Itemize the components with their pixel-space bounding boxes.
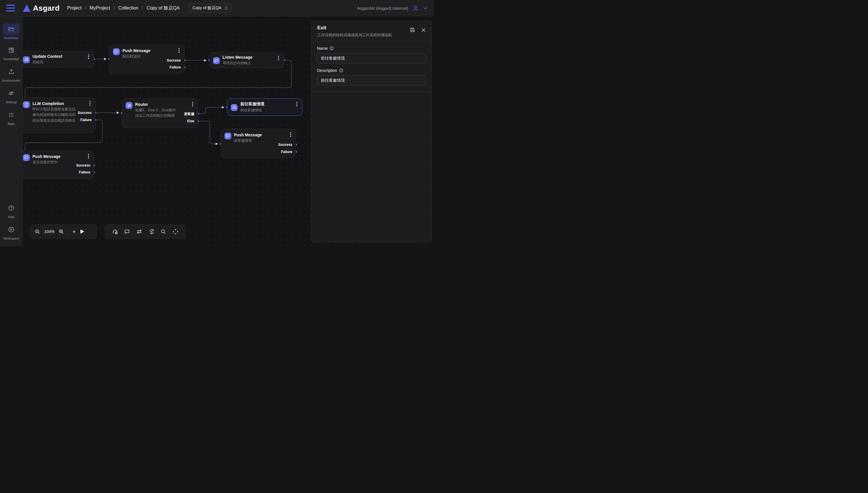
node-subtitle: 表示流量控管中: [32, 159, 60, 165]
llm-node-tool-icon[interactable]: [149, 229, 155, 235]
message-icon: [225, 133, 231, 140]
inspector-subtitle: 工作流程的終點或接續其他工作流程的傳送點: [317, 33, 426, 38]
sliders-icon: [8, 90, 15, 97]
output-port-label[interactable]: Success: [76, 164, 90, 167]
sidebar-item-label: Environment: [2, 79, 20, 82]
app-window: Update Context 初始化 Push Message 顯示歡迎詞 Su…: [0, 0, 434, 246]
info-icon[interactable]: [339, 68, 343, 72]
description-field[interactable]: [317, 76, 426, 85]
swap-arrows-icon: [23, 56, 30, 63]
grid-dots-icon: [8, 112, 14, 118]
zoom-toolbar: 104% +: [30, 224, 97, 239]
node-title: Push Message: [122, 48, 150, 53]
breadcrumb-collection[interactable]: Collection: [118, 5, 138, 10]
user-icon[interactable]: [412, 5, 419, 12]
node-push-message-welcome[interactable]: Push Message 顯示歡迎詞 Success Failure: [109, 45, 184, 73]
inspector-title: Exit: [317, 25, 426, 31]
breadcrumb-separator: /: [142, 5, 143, 10]
panel-divider: [312, 91, 431, 91]
node-title: Router: [135, 102, 179, 107]
node-menu-button[interactable]: [177, 48, 181, 53]
exit-node-tool-icon[interactable]: [112, 229, 118, 235]
help-icon: [8, 205, 15, 211]
breadcrumb-project[interactable]: Project: [67, 5, 82, 10]
sidebar-item-workspace[interactable]: Workspace: [1, 224, 22, 240]
node-menu-button[interactable]: [86, 154, 91, 159]
zoom-out-button[interactable]: [35, 229, 40, 234]
zoom-level: 104%: [44, 229, 54, 234]
breadcrumb: Project / MyProject / Collection / Copy …: [67, 5, 180, 11]
node-menu-button[interactable]: [276, 56, 281, 61]
upload-icon: [8, 68, 15, 75]
sidebar-item-help[interactable]: Help: [1, 202, 22, 219]
breadcrumb-current: Copy of 飯店QA: [146, 5, 180, 11]
node-exit-to-service[interactable]: 前往客服情境 前往客服情境: [227, 99, 302, 116]
chevron-down-icon[interactable]: [423, 7, 428, 9]
output-port-label[interactable]: Failure: [81, 118, 92, 122]
node-subtitle: 等待訊息內容輸入: [223, 60, 252, 66]
node-subtitle: 顯示歡迎詞: [122, 54, 150, 59]
fit-view-icon[interactable]: [173, 229, 179, 235]
output-port-label[interactable]: Failure: [169, 65, 181, 69]
output-port-label[interactable]: 是客服: [184, 112, 194, 116]
breadcrumb-separator: /: [85, 5, 86, 10]
description-field-label: Description: [317, 68, 337, 73]
node-title: Push Message: [234, 133, 262, 137]
output-port-label[interactable]: Failure: [79, 170, 90, 174]
sidebar-item-knowledge[interactable]: Knowledge: [1, 44, 22, 61]
sidebar-item-workflows[interactable]: Workflows: [1, 23, 22, 40]
node-menu-button[interactable]: [295, 102, 299, 107]
sidebar-item-apps[interactable]: Apps: [1, 109, 22, 125]
output-port-label[interactable]: Success: [77, 111, 92, 115]
info-icon[interactable]: [330, 46, 334, 50]
run-workflow-button[interactable]: [80, 229, 85, 234]
inspector-header: Exit 工作流程的終點或接續其他工作流程的傳送點: [312, 21, 431, 41]
menu-icon[interactable]: [6, 5, 15, 12]
name-field[interactable]: [317, 53, 426, 63]
node-push-message-rate-limit[interactable]: Push Message 表示流量控管中 Success Failure: [23, 150, 94, 179]
logo-text: Asgard: [33, 4, 60, 13]
add-node-button[interactable]: +: [72, 229, 76, 235]
node-subtitle: 非客服情境: [234, 138, 262, 144]
node-subtitle: 依據If、Else If、Else條件決定工作流程執行的路徑: [135, 108, 179, 119]
output-port-label[interactable]: Success: [167, 58, 181, 62]
output-port-label[interactable]: Else: [187, 119, 194, 123]
node-update-context[interactable]: Update Context 初始化: [23, 51, 94, 68]
breadcrumb-separator: /: [114, 5, 115, 10]
sidebar-item-label: Apps: [7, 122, 15, 125]
folder-icon: [8, 26, 15, 33]
node-menu-button[interactable]: [88, 101, 92, 106]
toolbar-divider: [68, 228, 68, 236]
zoom-in-button[interactable]: [59, 229, 64, 234]
sidebar-item-settings[interactable]: Settings: [1, 87, 22, 104]
node-menu-button[interactable]: [190, 102, 195, 107]
output-port-label[interactable]: Failure: [281, 150, 292, 154]
node-menu-button[interactable]: [288, 132, 293, 137]
node-llm-completion[interactable]: LLM Completion 呼叫大型語言模型並產生結構化的資料輸出以輔助流程的…: [23, 98, 95, 133]
node-title: Listen Message: [223, 55, 252, 60]
node-title: LLM Completion: [32, 101, 76, 106]
node-palette-toolbar: [105, 224, 186, 239]
breadcrumb-myproject[interactable]: MyProject: [90, 5, 110, 10]
sidebar-item-label: Workspace: [3, 237, 19, 240]
node-menu-button[interactable]: [86, 54, 91, 59]
sidebar-item-environment[interactable]: Environment: [1, 66, 22, 82]
message-node-tool-icon[interactable]: [124, 229, 130, 234]
node-title: Update Context: [32, 54, 62, 59]
name-field-label: Name: [317, 46, 328, 51]
search-icon[interactable]: [161, 229, 166, 234]
message-icon: [113, 48, 120, 55]
node-push-message-non-service[interactable]: Push Message 非客服情境 Success Failure: [221, 129, 296, 158]
app-logo[interactable]: Asgard: [23, 4, 60, 13]
sidebar-item-label: Settings: [5, 100, 17, 104]
save-icon[interactable]: [410, 27, 415, 33]
router-node-tool-icon[interactable]: [136, 229, 142, 235]
sidebar: Workflows Knowledge Environment: [0, 16, 23, 246]
node-listen-message[interactable]: Listen Message 等待訊息內容輸入: [209, 52, 284, 68]
workflow-selector[interactable]: Copy of 飯店QA: [188, 3, 232, 13]
node-router[interactable]: Router 依據If、Else If、Else條件決定工作流程執行的路徑 是客…: [122, 99, 198, 128]
output-port-label[interactable]: Success: [278, 143, 292, 147]
close-icon[interactable]: [421, 28, 426, 32]
sidebar-item-label: Knowledge: [3, 57, 19, 61]
topbar: Asgard Project / MyProject / Collection …: [0, 0, 434, 16]
